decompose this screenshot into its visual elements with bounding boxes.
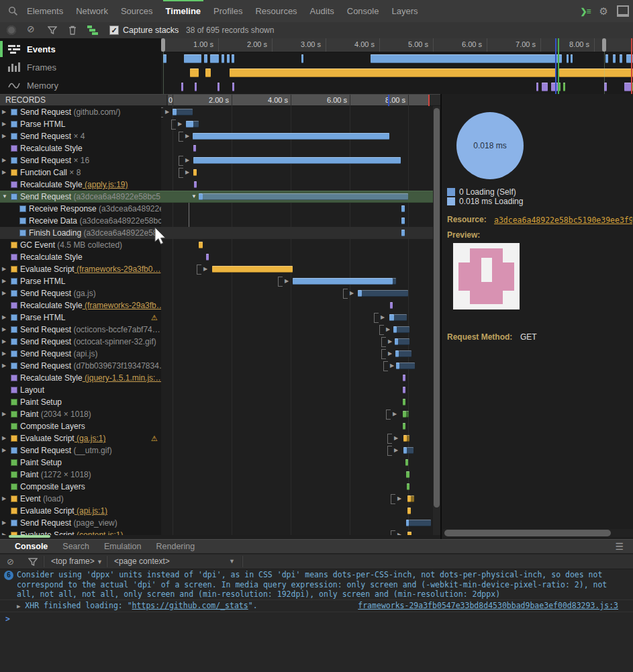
disclosure-arrow[interactable]: ▶ xyxy=(394,444,398,457)
record-row[interactable]: ▶Parse HTML⚠ xyxy=(0,311,161,324)
record-bar-row[interactable]: ▶ xyxy=(161,493,433,505)
record-bar-row[interactable] xyxy=(161,420,433,432)
sidebar-item-memory[interactable]: Memory xyxy=(0,77,161,94)
record-bar-row[interactable]: ▶ xyxy=(161,408,433,420)
record-row[interactable]: ▶Send Request (api.js) xyxy=(0,348,161,360)
record-row[interactable]: GC Event (4.5 MB collected) xyxy=(0,239,161,251)
disclosure-arrow[interactable]: ▶ xyxy=(386,324,390,336)
record-row[interactable]: ▶Event (load) xyxy=(0,493,161,505)
record-row[interactable]: ▶Parse HTML xyxy=(0,275,161,287)
record-bar-row[interactable]: ▶ xyxy=(161,360,433,372)
timeline-overview[interactable]: 1.00 s2.00 s3.00 s4.00 s5.00 s6.00 s7.00… xyxy=(161,38,633,94)
timeline-bar[interactable] xyxy=(407,447,413,454)
timeline-bar[interactable] xyxy=(403,375,405,381)
record-bar-row[interactable] xyxy=(161,239,433,251)
timeline-bar[interactable] xyxy=(399,350,411,357)
record-bar-row[interactable] xyxy=(161,517,433,529)
tab-profiles[interactable]: Profiles xyxy=(213,0,242,22)
timeline-bar[interactable] xyxy=(293,278,393,285)
record-row[interactable]: ▶Evaluate Script (ga.js:1)⚠ xyxy=(0,432,161,444)
record-bar-row[interactable]: ▶ xyxy=(161,166,433,179)
timeline-bar[interactable] xyxy=(406,411,409,418)
timeline-bar[interactable] xyxy=(186,121,193,128)
gear-icon[interactable]: ⚙ xyxy=(599,5,608,17)
disclosure-arrow[interactable]: ▶ xyxy=(388,348,392,360)
disclosure-arrow[interactable]: ▶ xyxy=(394,432,398,444)
disclosure-arrow[interactable]: ▶ xyxy=(393,408,397,420)
record-source-link[interactable]: (jquery-1.5.1.min.js:… xyxy=(83,373,161,383)
disclosure-arrow[interactable]: ▶ xyxy=(2,275,6,287)
record-row[interactable]: ▶Evaluate Script (frameworks-29a3fb0… xyxy=(0,263,161,275)
timeline-bar[interactable] xyxy=(403,399,405,405)
sidebar-item-frames[interactable]: Frames xyxy=(0,58,161,76)
record-bar-row[interactable] xyxy=(161,457,433,469)
resource-link[interactable]: a3dcea6a48922e58bc5190e39ee3f94 xyxy=(494,215,632,225)
timeline-bar[interactable] xyxy=(193,157,401,164)
record-row[interactable]: Finish Loading (a3dcea6a48922e58… xyxy=(0,227,161,239)
record-bar-row[interactable]: ▶ xyxy=(161,106,433,118)
disclosure-arrow[interactable]: ▶ xyxy=(2,348,6,360)
xhr-url-link[interactable]: https://github.com/_stats xyxy=(132,601,248,610)
timeline-bar[interactable] xyxy=(401,218,405,224)
timeline-bar[interactable] xyxy=(407,435,409,442)
record-row[interactable]: ▶Function Call × 8 xyxy=(0,166,161,179)
timeline-bar[interactable] xyxy=(401,230,405,236)
record-row[interactable]: Paint Setup xyxy=(0,457,161,469)
timeline-bar[interactable] xyxy=(397,326,409,333)
record-bar-row[interactable]: ▶ xyxy=(161,275,433,287)
tab-timeline[interactable]: Timeline xyxy=(166,0,201,22)
disclosure-arrow[interactable]: ▶ xyxy=(185,130,189,142)
timeline-bar[interactable] xyxy=(409,520,431,526)
details-horizontal-scrollbar[interactable] xyxy=(443,529,633,537)
record-bar-row[interactable]: ▶ xyxy=(161,118,433,130)
drawer-tab-console[interactable]: Console xyxy=(15,542,48,551)
disclosure-arrow[interactable]: ▶ xyxy=(2,287,6,299)
tab-elements[interactable]: Elements xyxy=(27,0,63,22)
record-row[interactable]: Receive Response (a3dcea6a48922e… xyxy=(0,203,161,215)
disclosure-arrow[interactable]: ▶ xyxy=(178,118,182,130)
disclosure-arrow[interactable]: ▶ xyxy=(2,106,6,118)
timeline-bar[interactable] xyxy=(407,508,411,514)
disclosure-arrow[interactable]: ▶ xyxy=(2,493,6,505)
record-bar-row[interactable]: ▶ xyxy=(161,311,433,324)
record-bar-row[interactable]: ▶ xyxy=(161,287,433,299)
record-bar-row[interactable] xyxy=(161,215,433,227)
record-row[interactable]: Receive Data (a3dcea6a48922e58bc… xyxy=(0,215,161,227)
disclosure-arrow[interactable]: ▶ xyxy=(203,263,207,275)
timeline-bar[interactable] xyxy=(405,459,408,466)
disclosure-arrow[interactable]: ▶ xyxy=(388,336,392,348)
record-row[interactable]: Recalculate Style (jquery-1.5.1.min.js:… xyxy=(0,372,161,384)
disclosure-arrow[interactable]: ▶ xyxy=(2,529,6,535)
record-row[interactable]: Composite Layers xyxy=(0,481,161,493)
disclosure-arrow[interactable]: ▶ xyxy=(2,263,6,275)
record-row[interactable]: ▶Parse HTML xyxy=(0,118,161,130)
record-bar-row[interactable]: ▶ xyxy=(161,130,433,142)
record-row[interactable]: ▶Send Request × 4 xyxy=(0,130,161,142)
record-row[interactable]: Evaluate Script (api.js:1) xyxy=(0,505,161,517)
timeline-bar[interactable] xyxy=(193,145,196,152)
dock-side-icon[interactable] xyxy=(617,5,629,17)
trash-icon[interactable] xyxy=(68,26,77,35)
timeline-bar[interactable] xyxy=(406,471,409,478)
disclosure-arrow[interactable]: ▶ xyxy=(2,118,6,130)
record-source-link[interactable]: (apply.js:19) xyxy=(83,180,128,189)
disclosure-arrow[interactable]: ▶ xyxy=(350,287,354,299)
tab-layers[interactable]: Layers xyxy=(391,0,418,22)
record-bar-row[interactable]: ▶ xyxy=(161,432,433,444)
disclosure-arrow[interactable]: ▶ xyxy=(397,493,401,505)
disclosure-arrow[interactable]: ▶ xyxy=(185,166,189,179)
disclosure-arrow[interactable]: ▶ xyxy=(2,166,6,179)
record-row[interactable]: ▶Send Request (github.com/) xyxy=(0,106,161,118)
disclosure-arrow[interactable]: ▶ xyxy=(2,444,6,457)
record-source-link[interactable]: (frameworks-29a3fb0… xyxy=(75,265,161,274)
context-select[interactable]: <page context>▼ xyxy=(114,555,240,569)
record-bar-row[interactable] xyxy=(161,481,433,493)
record-row[interactable]: ▶Send Request (octocat-spinner-32.gif) xyxy=(0,336,161,348)
disclosure-arrow[interactable]: ▶ xyxy=(2,154,6,166)
flame-chart-icon[interactable] xyxy=(87,26,98,35)
record-bar-row[interactable]: ▶ xyxy=(161,336,433,348)
search-icon[interactable] xyxy=(8,6,18,16)
record-button[interactable] xyxy=(7,26,16,35)
overview-left-handle[interactable] xyxy=(161,38,165,52)
timeline-bar[interactable] xyxy=(193,121,199,128)
